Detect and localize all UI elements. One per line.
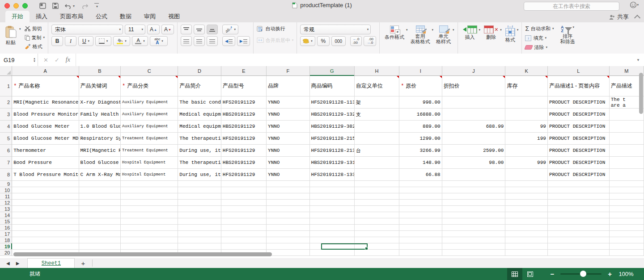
currency-button[interactable]: ▾ [300, 36, 315, 46]
cell-D4[interactable]: Medical equipment [178, 121, 221, 133]
cell-C14[interactable] [121, 212, 178, 218]
cell-M18[interactable] [610, 237, 644, 243]
cell-J3[interactable] [442, 109, 506, 121]
cell-C19[interactable] [121, 243, 178, 250]
column-header-I[interactable]: I [399, 66, 442, 76]
cell-D11[interactable] [178, 193, 221, 200]
cell-H16[interactable] [355, 225, 399, 231]
cell-A17[interactable] [12, 231, 79, 237]
cell-F10[interactable] [267, 187, 309, 193]
cell-A14[interactable] [12, 212, 79, 218]
cell-K10[interactable] [505, 187, 548, 193]
cell-D14[interactable] [178, 212, 221, 218]
cell-K6[interactable] [505, 145, 548, 157]
cell-C10[interactable] [121, 187, 178, 193]
cell-G3[interactable]: HBS20191129-1326 [310, 109, 355, 121]
page-layout-view-button[interactable] [522, 268, 538, 280]
column-header-E[interactable]: E [221, 66, 267, 76]
cell-I6[interactable]: 3266.99 [399, 145, 442, 157]
cell-A3[interactable]: Blood Pressure Monitor [12, 109, 79, 121]
cell-G1[interactable]: 商品编码 [310, 76, 355, 96]
cell-I1[interactable]: *原价 [399, 76, 442, 96]
cell-D8[interactable]: During use, it is [178, 169, 221, 181]
cell-C18[interactable] [121, 237, 178, 243]
cell-G4[interactable]: HBS20191129-3826 [310, 121, 355, 133]
cell-E4[interactable]: HBS20191129 [221, 121, 267, 133]
align-top-button[interactable] [181, 25, 192, 34]
cell-D9[interactable] [178, 181, 221, 187]
cell-F11[interactable] [267, 193, 309, 200]
cell-B16[interactable] [79, 225, 121, 231]
cell-B2[interactable]: X-ray Diagnostic [79, 96, 121, 109]
row-header-17[interactable]: 17 [0, 231, 12, 237]
cell-M19[interactable] [610, 243, 644, 250]
cell-E10[interactable] [221, 187, 267, 193]
cell-C11[interactable] [121, 193, 178, 200]
row-header-5[interactable]: 5 [0, 133, 12, 145]
text-effects-button[interactable]: abc A ▾ [150, 36, 168, 46]
cell-I20[interactable] [399, 250, 442, 256]
minimize-button[interactable] [13, 3, 19, 8]
cell-G11[interactable] [310, 193, 355, 200]
cell-G10[interactable] [310, 187, 355, 193]
cell-F3[interactable]: YNNO [267, 109, 309, 121]
cell-C6[interactable]: Treatment Equipment [121, 145, 178, 157]
cell-K4[interactable]: 99 [505, 121, 548, 133]
cell-M20[interactable] [610, 250, 644, 256]
cell-K15[interactable] [505, 218, 548, 225]
cell-B14[interactable] [79, 212, 121, 218]
cell-C17[interactable] [121, 231, 178, 237]
cell-A13[interactable] [12, 206, 79, 212]
cell-I7[interactable]: 148.90 [399, 157, 442, 169]
row-header-2[interactable]: 2 [0, 96, 12, 109]
cell-I16[interactable] [399, 225, 442, 231]
cell-J9[interactable] [442, 181, 506, 187]
cell-B4[interactable]: 1.0 Blood Glucose [79, 121, 121, 133]
cell-A6[interactable]: Thermometer [12, 145, 79, 157]
cell-E18[interactable] [221, 237, 267, 243]
cell-F14[interactable] [267, 212, 309, 218]
cell-E17[interactable] [221, 231, 267, 237]
undo-icon[interactable]: ▾ [65, 3, 75, 9]
format-as-table-button[interactable]: 套用 表格格式 [409, 25, 432, 45]
cell-H4[interactable] [355, 121, 399, 133]
cell-B12[interactable] [79, 200, 121, 206]
cell-K16[interactable] [505, 225, 548, 231]
cell-G12[interactable] [310, 200, 355, 206]
cell-L19[interactable] [548, 243, 610, 250]
cell-J1[interactable]: 折扣价 [442, 76, 506, 96]
cell-L6[interactable]: PRODUCT DESCRIPTION [548, 145, 610, 157]
cell-J5[interactable] [442, 133, 506, 145]
row-header-1[interactable]: 1 [0, 76, 12, 96]
clear-button[interactable]: 清除 ▾ [525, 43, 554, 51]
cell-I17[interactable] [399, 231, 442, 237]
cell-D15[interactable] [178, 218, 221, 225]
cell-H2[interactable]: 架 [355, 96, 399, 109]
cell-K18[interactable] [505, 237, 548, 243]
cell-G14[interactable] [310, 212, 355, 218]
format-painter-button[interactable]: 格式 [25, 42, 45, 50]
cell-G5[interactable]: HFS20191128-2156 [310, 133, 355, 145]
cell-I5[interactable]: 1299.00 [399, 133, 442, 145]
cell-B13[interactable] [79, 206, 121, 212]
column-header-L[interactable]: L [548, 66, 610, 76]
cell-M10[interactable] [610, 187, 644, 193]
cell-M15[interactable] [610, 218, 644, 225]
cell-I18[interactable] [399, 237, 442, 243]
cell-E13[interactable] [221, 206, 267, 212]
decrease-decimal-button[interactable]: .00 →.0 [364, 36, 376, 46]
cell-G2[interactable]: HFS20191128-1138 [310, 96, 355, 109]
cell-J15[interactable] [442, 218, 506, 225]
fill-color-button[interactable]: ▾ [113, 36, 130, 46]
cell-L16[interactable] [548, 225, 610, 231]
workbook-icon[interactable] [39, 3, 46, 9]
insert-cells-button[interactable]: 插入 [461, 25, 479, 41]
cell-J7[interactable]: 98.00 [442, 157, 506, 169]
cell-H14[interactable] [355, 212, 399, 218]
cell-L3[interactable]: PRODUCT DESCRIPTION [548, 109, 610, 121]
row-header-9[interactable]: 9 [0, 181, 12, 187]
cell-H9[interactable] [355, 181, 399, 187]
cell-G18[interactable] [310, 237, 355, 243]
cell-I8[interactable]: 66.88 [399, 169, 442, 181]
cell-G15[interactable] [310, 218, 355, 225]
